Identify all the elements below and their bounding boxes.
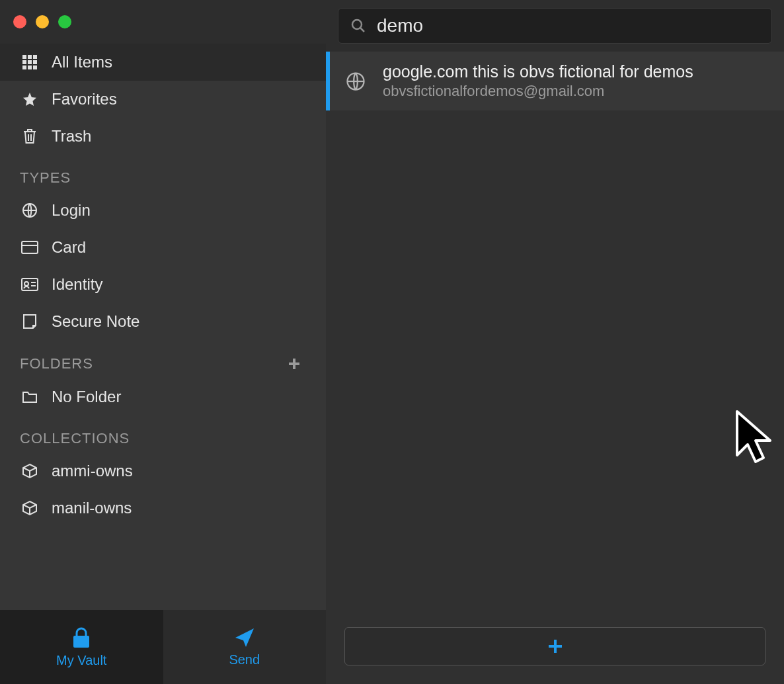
cube-icon <box>20 463 40 479</box>
svg-rect-0 <box>22 55 26 59</box>
sidebar-item-label: Secure Note <box>52 312 139 331</box>
svg-rect-3 <box>22 60 26 64</box>
sidebar-item-collection-1[interactable]: manil-owns <box>0 490 326 527</box>
svg-point-19 <box>352 20 362 29</box>
sidebar-item-label: Card <box>52 238 86 257</box>
sidebar-item-no-folder[interactable]: No Folder <box>0 378 326 415</box>
list-item-text: google.com this is obvs fictional for de… <box>383 62 693 100</box>
tab-my-vault[interactable]: My Vault <box>0 610 163 684</box>
globe-icon <box>346 71 370 91</box>
svg-rect-4 <box>28 60 32 64</box>
card-icon <box>20 241 40 254</box>
star-icon <box>20 91 40 107</box>
search-icon <box>350 18 366 34</box>
svg-rect-7 <box>28 65 32 69</box>
tab-label: My Vault <box>56 653 106 668</box>
results-list: google.com this is obvs fictional for de… <box>326 52 784 614</box>
zoom-window-button[interactable] <box>58 15 71 28</box>
sidebar-item-login[interactable]: Login <box>0 192 326 229</box>
tab-send[interactable]: Send <box>163 610 327 684</box>
svg-point-13 <box>24 282 28 286</box>
sidebar-item-all-items[interactable]: All Items <box>0 44 326 81</box>
list-item-title: google.com this is obvs fictional for de… <box>383 62 693 81</box>
add-folder-button[interactable] <box>282 355 306 373</box>
search-bar <box>326 0 784 52</box>
add-item-button[interactable] <box>344 627 765 665</box>
search-input[interactable] <box>377 15 760 36</box>
sidebar-item-label: Favorites <box>52 90 117 108</box>
main-pane: google.com this is obvs fictional for de… <box>326 0 784 684</box>
sidebar-item-card[interactable]: Card <box>0 229 326 266</box>
sidebar-item-label: Identity <box>52 275 102 294</box>
minimize-window-button[interactable] <box>36 15 49 28</box>
sidebar-item-label: ammi-owns <box>52 462 133 480</box>
sidebar-item-label: Login <box>52 201 91 220</box>
sidebar-item-collection-0[interactable]: ammi-owns <box>0 452 326 490</box>
tab-label: Send <box>229 652 260 667</box>
sidebar-item-label: No Folder <box>52 388 121 406</box>
sidebar-item-favorites[interactable]: Favorites <box>0 81 326 118</box>
lock-icon <box>71 626 91 649</box>
folders-header: FOLDERS <box>0 340 326 378</box>
send-icon <box>234 627 255 648</box>
svg-rect-2 <box>33 55 37 59</box>
sidebar-item-trash[interactable]: Trash <box>0 118 326 155</box>
folders-header-label: FOLDERS <box>20 355 93 372</box>
svg-rect-23 <box>549 645 562 648</box>
sidebar-item-label: manil-owns <box>52 499 132 517</box>
svg-rect-10 <box>22 241 38 253</box>
cube-icon <box>20 500 40 516</box>
sidebar-item-identity[interactable]: Identity <box>0 266 326 303</box>
svg-rect-17 <box>289 363 299 365</box>
types-header-label: TYPES <box>20 169 71 187</box>
collections-header: COLLECTIONS <box>0 415 326 452</box>
search-field[interactable] <box>338 8 772 44</box>
svg-line-20 <box>360 28 364 32</box>
trash-icon <box>20 128 40 144</box>
collections-header-label: COLLECTIONS <box>20 430 130 447</box>
svg-rect-18 <box>73 636 89 648</box>
globe-icon <box>20 202 40 218</box>
svg-rect-6 <box>22 65 26 69</box>
list-item-subtitle: obvsfictionalfordemos@gmail.com <box>383 83 693 100</box>
svg-rect-5 <box>33 60 37 64</box>
add-bar <box>326 614 784 684</box>
sidebar-item-label: All Items <box>52 53 112 71</box>
window-titlebar <box>0 0 326 44</box>
sidebar-nav: All Items Favorites Trash TYPES <box>0 44 326 610</box>
sidebar-tabs: My Vault Send <box>0 610 326 684</box>
note-icon <box>20 314 40 329</box>
grid-icon <box>20 54 40 70</box>
sidebar: All Items Favorites Trash TYPES <box>0 0 326 684</box>
types-header: TYPES <box>0 155 326 192</box>
list-item[interactable]: google.com this is obvs fictional for de… <box>326 52 784 110</box>
sidebar-item-label: Trash <box>52 127 91 146</box>
svg-rect-1 <box>28 55 32 59</box>
folder-icon <box>20 390 40 404</box>
sidebar-item-secure-note[interactable]: Secure Note <box>0 303 326 340</box>
id-card-icon <box>20 278 40 291</box>
close-window-button[interactable] <box>13 15 26 28</box>
svg-rect-8 <box>33 65 37 69</box>
